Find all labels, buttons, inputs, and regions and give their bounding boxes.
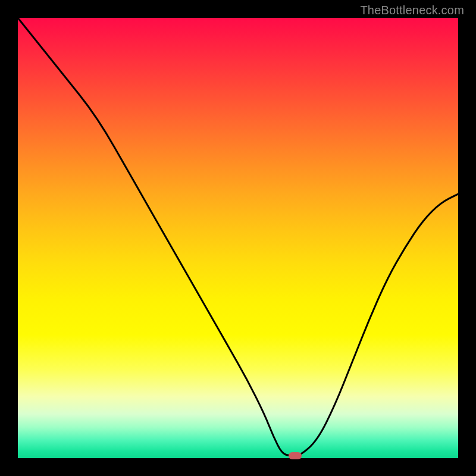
bottleneck-curve	[18, 18, 458, 458]
watermark-text: TheBottleneck.com	[360, 4, 464, 17]
plot-area	[18, 18, 458, 458]
optimal-point-marker	[289, 452, 302, 459]
chart-frame: TheBottleneck.com	[0, 0, 476, 476]
